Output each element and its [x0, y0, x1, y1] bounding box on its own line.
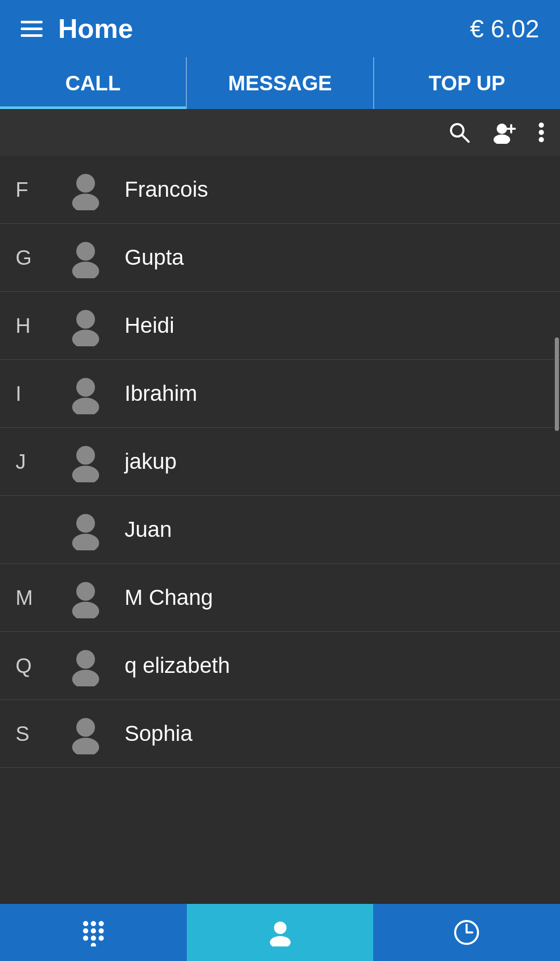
- list-item[interactable]: Juan: [0, 496, 560, 564]
- svg-point-18: [72, 466, 99, 482]
- list-item[interactable]: S Sophia: [0, 700, 560, 768]
- svg-point-15: [76, 378, 95, 397]
- list-item[interactable]: G Gupta: [0, 224, 560, 292]
- section-letter-f: F: [16, 178, 47, 201]
- header-left: Home: [21, 13, 133, 44]
- scrollbar[interactable]: [554, 312, 560, 779]
- svg-point-11: [76, 242, 95, 261]
- avatar: [62, 370, 109, 417]
- svg-point-29: [99, 921, 104, 926]
- contact-name: Francois: [125, 177, 208, 202]
- dialpad-icon: [79, 918, 107, 946]
- tab-bar: CALL MESSAGE TOP UP: [0, 57, 560, 109]
- tab-topup[interactable]: TOP UP: [374, 57, 560, 109]
- tab-message[interactable]: MESSAGE: [187, 57, 374, 109]
- contact-name: Juan: [125, 517, 172, 542]
- contacts-icon: [266, 918, 294, 946]
- avatar: [62, 234, 109, 281]
- svg-point-37: [274, 922, 286, 934]
- svg-point-22: [72, 602, 99, 618]
- svg-point-9: [76, 174, 95, 193]
- section-letter-m: M: [16, 586, 47, 610]
- svg-point-21: [76, 582, 95, 601]
- contact-name: Gupta: [125, 245, 184, 270]
- svg-point-3: [494, 134, 510, 144]
- svg-point-30: [83, 928, 88, 933]
- list-item[interactable]: M M Chang: [0, 564, 560, 632]
- avatar: [62, 574, 109, 621]
- toolbar: [0, 109, 560, 156]
- contact-name: jakup: [125, 449, 176, 474]
- svg-point-8: [539, 137, 544, 142]
- svg-point-2: [497, 124, 507, 134]
- svg-point-10: [72, 194, 99, 210]
- section-letter-j: J: [16, 450, 47, 473]
- svg-point-36: [91, 943, 96, 946]
- svg-point-31: [91, 928, 96, 933]
- svg-point-12: [72, 262, 99, 278]
- main-content: F Francois G Gupta H: [0, 156, 560, 904]
- svg-point-23: [76, 650, 95, 669]
- svg-point-6: [539, 123, 544, 128]
- svg-point-32: [99, 928, 104, 933]
- bottom-nav-contacts[interactable]: [187, 904, 374, 961]
- section-letter-q: Q: [16, 654, 47, 678]
- svg-point-7: [539, 130, 544, 135]
- list-item[interactable]: H Heidi: [0, 292, 560, 360]
- menu-icon[interactable]: [21, 21, 43, 37]
- svg-point-26: [72, 738, 99, 754]
- svg-point-35: [99, 936, 104, 941]
- history-icon: [453, 918, 481, 946]
- list-item[interactable]: J jakup: [0, 428, 560, 496]
- avatar: [62, 438, 109, 485]
- svg-point-38: [270, 936, 291, 946]
- add-contact-icon[interactable]: [491, 121, 517, 144]
- avatar: [62, 710, 109, 757]
- svg-point-17: [76, 446, 95, 465]
- section-letter-i: I: [16, 382, 47, 405]
- svg-point-20: [72, 534, 99, 550]
- contact-name: q elizabeth: [125, 653, 230, 678]
- svg-point-19: [76, 514, 95, 533]
- avatar: [62, 506, 109, 553]
- contact-list: F Francois G Gupta H: [0, 156, 560, 904]
- svg-point-28: [91, 921, 96, 926]
- header: Home € 6.02: [0, 0, 560, 57]
- svg-point-25: [76, 718, 95, 737]
- section-letter-s: S: [16, 722, 47, 746]
- more-options-icon[interactable]: [538, 121, 544, 144]
- svg-point-33: [83, 936, 88, 941]
- bottom-nav-history[interactable]: [373, 904, 560, 961]
- bottom-nav-dialpad[interactable]: [0, 904, 187, 961]
- list-item[interactable]: F Francois: [0, 156, 560, 224]
- balance-display: € 6.02: [470, 15, 539, 43]
- section-letter-g: G: [16, 246, 47, 269]
- avatar: [62, 166, 109, 213]
- bottom-nav: [0, 904, 560, 961]
- svg-point-13: [76, 310, 95, 329]
- svg-point-24: [72, 670, 99, 686]
- tab-call[interactable]: CALL: [0, 57, 187, 109]
- svg-point-27: [83, 921, 88, 926]
- list-item[interactable]: I Ibrahim: [0, 360, 560, 428]
- page-title: Home: [58, 13, 133, 44]
- svg-point-16: [72, 398, 99, 414]
- contact-name: Ibrahim: [125, 381, 197, 406]
- avatar: [62, 642, 109, 689]
- contact-name: Heidi: [125, 313, 174, 338]
- contact-name: M Chang: [125, 585, 213, 610]
- svg-point-34: [91, 936, 96, 941]
- svg-line-1: [462, 135, 469, 142]
- contact-name: Sophia: [125, 721, 193, 746]
- svg-point-14: [72, 330, 99, 346]
- list-item[interactable]: Q q elizabeth: [0, 632, 560, 700]
- search-icon[interactable]: [448, 121, 471, 144]
- avatar: [62, 302, 109, 349]
- scrollbar-thumb[interactable]: [555, 337, 559, 431]
- section-letter-h: H: [16, 314, 47, 337]
